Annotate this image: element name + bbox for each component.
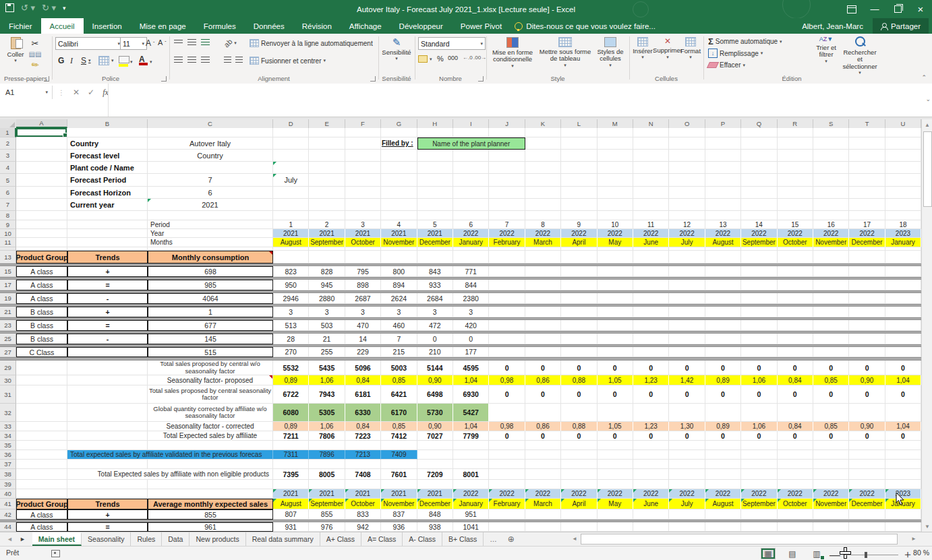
cell-I7[interactable]	[453, 199, 489, 211]
cell-Q25[interactable]	[741, 334, 777, 344]
cell-F27[interactable]: 229	[345, 347, 381, 357]
cell-T10[interactable]: 2022	[849, 229, 885, 238]
cell-O29[interactable]: 0	[669, 361, 705, 375]
paste-button[interactable]: Coller▾	[4, 37, 27, 63]
cell-T37[interactable]	[849, 460, 885, 469]
cell-N11[interactable]: June	[633, 238, 669, 247]
row-header-39[interactable]: 39	[0, 480, 16, 489]
row-header-10[interactable]: 10	[0, 229, 16, 238]
cell-O27[interactable]	[669, 347, 705, 357]
cell-F42[interactable]: 833	[345, 509, 381, 520]
cell-N23[interactable]	[633, 320, 669, 331]
row-header-21[interactable]: 21	[0, 307, 16, 317]
cell-H39[interactable]	[417, 480, 453, 489]
cell-H9[interactable]: 5	[417, 220, 453, 229]
cell-C6[interactable]: 6	[148, 187, 273, 199]
cell-F4[interactable]	[345, 162, 381, 174]
cell-I34[interactable]: 7799	[453, 431, 489, 441]
cell-G25[interactable]: 7	[381, 334, 417, 344]
cell-A11[interactable]	[16, 238, 67, 247]
cell-N10[interactable]: 2022	[633, 229, 669, 238]
cell-H34[interactable]: 7027	[417, 431, 453, 441]
cell-E23[interactable]: 503	[309, 320, 345, 331]
cell-B41[interactable]: Trends	[67, 499, 148, 509]
cell-P15[interactable]	[705, 266, 741, 277]
cell-M40[interactable]: 2022	[598, 489, 633, 499]
cell-N15[interactable]	[633, 266, 669, 277]
cell-G8[interactable]	[381, 211, 417, 220]
cell-U13[interactable]	[885, 251, 921, 263]
cell-T35[interactable]	[849, 441, 885, 450]
cell-T40[interactable]: 2022	[849, 489, 885, 499]
cell-P32[interactable]	[705, 404, 741, 422]
cell-G1[interactable]	[381, 128, 417, 137]
cell-P29[interactable]: 0	[705, 361, 741, 375]
cell-Q2[interactable]	[741, 137, 777, 150]
cell-T11[interactable]: December	[849, 238, 885, 247]
cell-C25[interactable]: 145	[148, 334, 273, 344]
cell-Q4[interactable]	[741, 162, 777, 174]
cell-E7[interactable]	[309, 199, 345, 211]
cell-Q8[interactable]	[741, 211, 777, 220]
cell-P7[interactable]	[705, 199, 741, 211]
cell-A35[interactable]	[16, 441, 67, 450]
cell-B5[interactable]: Forecast Period	[67, 174, 148, 187]
cell-S36[interactable]	[813, 450, 849, 460]
ribbon-tab-insertion[interactable]: Insertion	[84, 18, 131, 34]
cell-K10[interactable]: 2022	[525, 229, 561, 238]
row-header-2[interactable]: 2	[0, 137, 16, 150]
cell-M7[interactable]	[598, 199, 633, 211]
cell-Q30[interactable]: 1,06	[741, 375, 777, 385]
horizontal-align-buttons[interactable]	[174, 57, 210, 63]
cell-E29[interactable]: 5435	[309, 361, 345, 375]
cell-N17[interactable]	[633, 280, 669, 290]
cell-A30[interactable]	[16, 375, 67, 385]
cell-B21[interactable]: +	[67, 307, 148, 317]
cell-D41[interactable]: August	[273, 499, 309, 509]
cell-T33[interactable]: 0,90	[849, 422, 885, 431]
cell-G19[interactable]: 2624	[381, 293, 417, 304]
cell-H23[interactable]: 472	[417, 320, 453, 331]
cell-R17[interactable]	[778, 280, 813, 290]
row-header-23[interactable]: 23	[0, 320, 16, 331]
underline-button[interactable]: S▾	[81, 56, 91, 65]
cell-S10[interactable]: 2022	[813, 229, 849, 238]
cell-E6[interactable]	[309, 187, 345, 199]
cell-I11[interactable]: January	[453, 238, 489, 247]
cell-A10[interactable]	[16, 229, 67, 238]
fill-button[interactable]: ↓Remplissage▾	[708, 49, 763, 58]
cell-E39[interactable]	[309, 480, 345, 489]
cell-C13[interactable]: Monthly consumption	[148, 251, 273, 263]
cell-F23[interactable]: 470	[345, 320, 381, 331]
cell-P17[interactable]	[705, 280, 741, 290]
cell-K1[interactable]	[525, 128, 561, 137]
cell-F34[interactable]: 7223	[345, 431, 381, 441]
cell-J37[interactable]	[489, 460, 525, 469]
cell-D34[interactable]: 7211	[273, 431, 309, 441]
cell-E1[interactable]	[309, 128, 345, 137]
cell-F5[interactable]	[345, 174, 381, 187]
cell-A34[interactable]	[16, 431, 67, 441]
row-header-4[interactable]: 4	[0, 162, 16, 174]
cell-P9[interactable]: 13	[705, 220, 741, 229]
cell-I5[interactable]	[453, 174, 489, 187]
cell-J10[interactable]: 2022	[489, 229, 525, 238]
cell-P36[interactable]	[705, 450, 741, 460]
cell-G36[interactable]: 7409	[381, 450, 417, 460]
cell-M36[interactable]	[598, 450, 633, 460]
cell-T9[interactable]: 17	[849, 220, 885, 229]
cell-N1[interactable]	[633, 128, 669, 137]
cell-L39[interactable]	[561, 480, 597, 489]
cell-P1[interactable]	[705, 128, 741, 137]
minimize-button[interactable]: —	[863, 0, 886, 18]
cell-O41[interactable]: July	[669, 499, 705, 509]
sort-filter-button[interactable]: AZ▼ Trier et filtrer▾	[811, 36, 842, 64]
cell-O34[interactable]: 0	[669, 431, 705, 441]
cell-A7[interactable]	[16, 199, 67, 211]
cell-C33[interactable]: Seasonality factor - corrected	[148, 422, 273, 431]
confirm-entry-icon[interactable]: ✓	[88, 88, 94, 97]
cell-I41[interactable]: January	[453, 499, 489, 509]
cell-U11[interactable]: January	[885, 238, 921, 247]
cell-C11[interactable]: Months	[148, 238, 273, 247]
cell-B11[interactable]	[67, 238, 148, 247]
